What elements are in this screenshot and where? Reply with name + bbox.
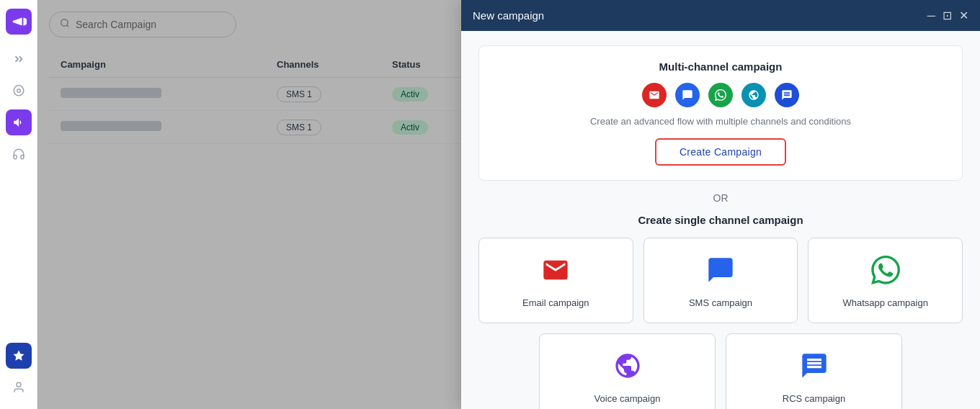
sidebar-logo[interactable] (6, 9, 32, 35)
whatsapp-icon-circle (708, 83, 733, 107)
multi-channel-title: Multi-channel campaign (494, 60, 948, 73)
voice-campaign-card[interactable]: Voice campaign (539, 333, 716, 409)
single-channel-grid: Email campaign SMS campaign (478, 238, 963, 323)
modal-body: Multi-channel campaign (461, 31, 980, 409)
voice-campaign-label: Voice campaign (551, 393, 703, 404)
svg-marker-1 (13, 351, 24, 361)
email-campaign-label: Email campaign (491, 297, 621, 308)
sidebar-item-user[interactable] (6, 374, 32, 400)
sms-icon-circle (675, 83, 700, 107)
whatsapp-campaign-card[interactable]: Whatsapp campaign (808, 238, 963, 323)
sidebar-item-star[interactable] (6, 343, 32, 369)
maximize-button[interactable]: ⊡ (943, 9, 952, 22)
multi-channel-desc: Create an advanced flow with multiple ch… (494, 116, 948, 127)
globe-icon-circle (741, 83, 766, 107)
sms-campaign-card[interactable]: SMS campaign (643, 238, 798, 323)
chat-icon (682, 89, 693, 101)
rcs-campaign-label: RCS campaign (738, 393, 890, 404)
email-icon (649, 89, 660, 101)
rocket-icon (12, 84, 25, 97)
star-icon (12, 349, 25, 362)
voice-campaign-icon (551, 351, 703, 386)
sidebar-item-rocket[interactable] (6, 78, 32, 104)
svg-point-0 (17, 89, 20, 93)
sidebar (0, 0, 37, 409)
email-campaign-icon (491, 256, 621, 290)
single-channel-grid-row2: Voice campaign RCS campaign (539, 333, 902, 409)
sidebar-item-campaign[interactable] (6, 109, 32, 135)
megaphone-icon (11, 14, 27, 30)
single-channel-title: Create single channel campaign (478, 214, 963, 226)
svg-point-2 (17, 382, 21, 387)
modal-header: New campaign ─ ⊡ ✕ (461, 0, 980, 31)
create-campaign-button[interactable]: Create Campaign (655, 138, 786, 166)
multi-channel-card: Multi-channel campaign (478, 45, 963, 181)
minimize-button[interactable]: ─ (927, 9, 935, 22)
rcs-campaign-card[interactable]: RCS campaign (726, 333, 902, 409)
whatsapp-campaign-label: Whatsapp campaign (820, 297, 950, 308)
or-divider: OR (478, 192, 963, 204)
rcs-campaign-icon (738, 351, 890, 386)
whatsapp-icon (715, 89, 726, 101)
modal-controls: ─ ⊡ ✕ (927, 9, 968, 22)
chevrons-right-icon (12, 53, 25, 66)
new-campaign-modal: New campaign ─ ⊡ ✕ Multi-channel campaig… (461, 0, 980, 409)
user-icon (12, 381, 25, 394)
main-content: Campaign Channels Status SMS 1 Activ SMS… (37, 0, 980, 409)
channel-icons-row (494, 83, 948, 107)
email-campaign-card[interactable]: Email campaign (478, 238, 633, 323)
rcs-icon (781, 89, 793, 101)
campaign-icon (12, 116, 25, 129)
headset-icon (12, 148, 25, 161)
whatsapp-campaign-icon (820, 256, 950, 290)
globe-icon (748, 89, 760, 101)
sidebar-item-headset[interactable] (6, 141, 32, 167)
email-icon-circle (642, 83, 667, 107)
sidebar-expand[interactable] (6, 46, 32, 72)
modal-title: New campaign (473, 9, 544, 22)
sms-campaign-label: SMS campaign (656, 297, 786, 308)
modal-overlay: New campaign ─ ⊡ ✕ Multi-channel campaig… (37, 0, 980, 409)
sidebar-bottom (6, 343, 32, 400)
rcs-icon-circle (775, 83, 799, 107)
close-button[interactable]: ✕ (959, 9, 968, 22)
sms-campaign-icon (656, 256, 786, 290)
